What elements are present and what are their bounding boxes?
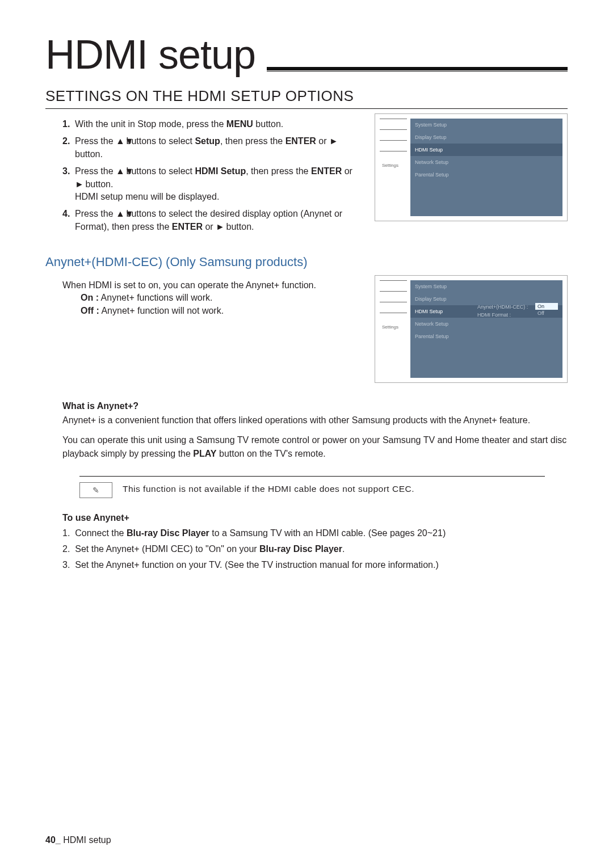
- li-num: 3.: [62, 560, 70, 570]
- step-text: button.: [83, 179, 113, 189]
- page-title: HDMI setup: [45, 34, 255, 75]
- step-bold: HDMI Setup: [195, 166, 246, 176]
- step-text: or: [316, 136, 329, 146]
- step-bold: ENTER: [311, 166, 342, 176]
- step-text: Press the: [75, 136, 116, 146]
- step-3: 3. Press the ▲▼ buttons to select HDMI S…: [62, 165, 361, 203]
- step-text: button.: [75, 149, 103, 159]
- menu-item-selected: HDMI Setup: [410, 144, 562, 156]
- what-p2: You can operate this unit using a Samsun…: [45, 433, 568, 460]
- section2-intro: When HDMI is set to on, you can operate …: [45, 279, 361, 292]
- panel-ghost-label: Settings: [382, 325, 398, 330]
- section1-heading: SETTINGS ON THE HDMI SETUP OPTIONS: [45, 87, 568, 109]
- li-text: Set the Anynet+ (HDMI CEC) to "On" on yo…: [75, 544, 259, 554]
- submenu-option-off: Off: [535, 310, 558, 317]
- step-1: 1. With the unit in Stop mode, press the…: [62, 118, 361, 130]
- footer: 40_ HDMI setup: [45, 835, 111, 845]
- menu-item: Display Setup: [410, 131, 562, 144]
- li-text: Set the Anynet+ function on your TV. (Se…: [75, 560, 439, 570]
- step-text: , then press the: [220, 136, 285, 146]
- what-heading: What is Anynet+?: [45, 401, 568, 411]
- step-4: 4. Press the ▲▼ buttons to select the de…: [62, 208, 361, 233]
- steps-list: 1. With the unit in Stop mode, press the…: [45, 118, 361, 233]
- to-use-heading: To use Anynet+: [45, 513, 568, 523]
- step-text: , then press the: [246, 166, 311, 176]
- step-bold: ENTER: [285, 136, 316, 146]
- note-text: This function is not available if the HD…: [123, 482, 414, 495]
- updown-icon: ▲▼: [116, 208, 124, 220]
- off-text: Anynet+ function will not work.: [99, 306, 224, 315]
- menu-item: Parental Setup: [410, 330, 562, 343]
- right-icon: ►: [216, 221, 224, 233]
- step-text: Press the: [75, 166, 116, 176]
- step-text: button.: [224, 222, 254, 231]
- step-num: 2.: [62, 135, 70, 148]
- submenu-item: HDMI Format :: [477, 312, 528, 318]
- menu-item: System Setup: [410, 280, 562, 293]
- step-num: 4.: [62, 208, 70, 220]
- li-text: .: [342, 544, 345, 554]
- note-icon: [79, 482, 112, 498]
- menu-item: System Setup: [410, 119, 562, 131]
- updown-icon: ▲▼: [116, 165, 124, 178]
- li-text: Connect the: [75, 528, 127, 538]
- li-bold: Blu-ray Disc Player: [127, 528, 209, 538]
- step-text: Press the: [75, 209, 116, 218]
- step-bold: Setup: [195, 136, 220, 146]
- what-p1: Anynet+ is a convenient function that of…: [45, 414, 568, 427]
- li-text: to a Samsung TV with an HDMI cable. (See…: [209, 528, 446, 538]
- updown-icon: ▲▼: [116, 135, 124, 148]
- menu-item: Network Setup: [410, 156, 562, 168]
- screenshot-panel-1: Settings System Setup Display Setup HDMI…: [375, 113, 568, 221]
- page-number: 40_: [45, 835, 61, 845]
- section2-heading: Anynet+(HDMI-CEC) (Only Samsung products…: [45, 255, 568, 269]
- step-text: buttons to select: [124, 136, 195, 146]
- title-underline: [267, 67, 568, 70]
- screenshot-panel-2: Settings System Setup Display Setup HDMI…: [375, 275, 568, 383]
- right-icon: ►: [75, 178, 83, 191]
- footer-label: HDMI setup: [61, 835, 111, 845]
- submenu-option-on: On: [535, 303, 558, 310]
- step-text: buttons to select: [124, 166, 195, 176]
- menu-item: Parental Setup: [410, 168, 562, 181]
- step-extra: HDMI setup menu will be displayed.: [75, 192, 219, 201]
- list-item: 3. Set the Anynet+ function on your TV. …: [62, 557, 568, 573]
- off-label: Off :: [81, 306, 99, 315]
- list-item: 1. Connect the Blu-ray Disc Player to a …: [62, 525, 568, 541]
- li-num: 1.: [62, 528, 70, 538]
- list-item: 2. Set the Anynet+ (HDMI CEC) to "On" on…: [62, 541, 568, 557]
- step-num: 1.: [62, 118, 70, 130]
- li-bold: Blu-ray Disc Player: [259, 544, 342, 554]
- menu-item: Network Setup: [410, 318, 562, 330]
- step-text: button.: [253, 119, 283, 129]
- step-text: With the unit in Stop mode, press the: [75, 119, 226, 129]
- on-text: Anynet+ functions will work.: [99, 293, 213, 302]
- step-num: 3.: [62, 165, 70, 178]
- p2-post: button on the TV's remote.: [217, 449, 326, 458]
- step-2: 2. Press the ▲▼ buttons to select Setup,…: [62, 135, 361, 161]
- li-num: 2.: [62, 544, 70, 554]
- step-bold: MENU: [226, 119, 253, 129]
- right-icon: ►: [329, 135, 337, 148]
- submenu-item: Anynet+(HDMI-CEC) :: [477, 304, 528, 310]
- panel-ghost-label: Settings: [382, 163, 398, 168]
- step-text: or: [342, 166, 352, 176]
- on-label: On :: [81, 293, 99, 302]
- p2-bold: PLAY: [193, 449, 216, 458]
- step-text: or: [203, 222, 216, 231]
- step-bold: ENTER: [172, 222, 203, 231]
- to-use-list: 1. Connect the Blu-ray Disc Player to a …: [45, 525, 568, 573]
- note-rule: [79, 476, 545, 477]
